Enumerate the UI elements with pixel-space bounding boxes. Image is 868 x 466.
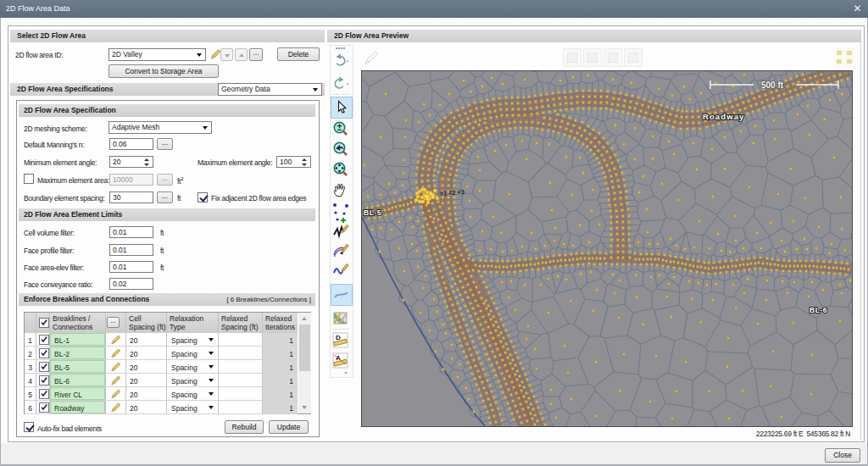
svg-text:BL-6: BL-6 <box>810 306 827 314</box>
svg-text:500 ft: 500 ft <box>761 80 784 90</box>
svg-text:BL-5: BL-5 <box>364 208 381 217</box>
svg-text:Roadway: Roadway <box>703 112 744 121</box>
